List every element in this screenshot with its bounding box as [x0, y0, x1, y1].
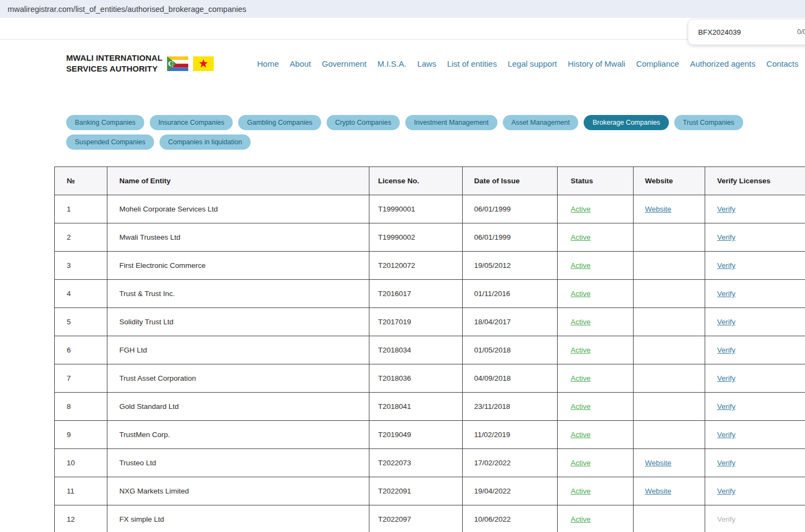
website-link[interactable]: Website [645, 459, 672, 467]
license-number: T2017019 [369, 308, 463, 336]
verify-link[interactable]: Verify [717, 205, 736, 213]
column-header-status: Status [558, 167, 634, 195]
find-query-input[interactable]: BFX2024039 [698, 28, 741, 36]
verify-cell: Verify [705, 252, 805, 280]
website-cell [634, 252, 705, 280]
verify-link[interactable]: Verify [717, 261, 736, 270]
date-of-issue: 11/02/2019 [463, 421, 558, 449]
verify-link[interactable]: Verify [717, 459, 736, 467]
filter-trust-companies[interactable]: Trust Companies [674, 115, 743, 130]
verify-link[interactable]: Verify [717, 487, 736, 495]
header-divider [0, 39, 805, 40]
entity-filters: Banking CompaniesInsurance CompaniesGamb… [66, 115, 790, 150]
nav-item-laws[interactable]: Laws [417, 59, 436, 68]
column-header-date: Date of Issue [463, 167, 558, 195]
nav-item-legal-support[interactable]: Legal support [508, 59, 557, 68]
verify-link[interactable]: Verify [717, 431, 736, 439]
website-cell: Website [634, 195, 705, 223]
table-row: 8Gold Standard LtdT201804123/11/2018Acti… [55, 393, 805, 421]
date-of-issue: 18/04/2017 [463, 308, 558, 336]
table-body: 1Moheli Corporate Services LtdT199900010… [55, 195, 805, 532]
filter-crypto-companies[interactable]: Crypto Companies [327, 115, 400, 130]
site-header: MWALI INTERNATIONAL SERVICES AUTHORITY [66, 51, 798, 76]
table-row: 10Trusteo LtdT202207317/02/2022ActiveWeb… [55, 449, 805, 477]
entities-table: №Name of EntityLicense No.Date of IssueS… [54, 166, 805, 532]
license-number: T2016017 [369, 280, 463, 308]
website-link[interactable]: Website [645, 205, 672, 213]
filter-gambling-companies[interactable]: Gambling Companies [238, 115, 321, 130]
filter-suspended-companies[interactable]: Suspended Companies [66, 134, 154, 150]
website-cell [634, 393, 705, 421]
verify-cell: Verify [705, 477, 805, 505]
nav-item-government[interactable]: Government [322, 59, 367, 68]
verify-cell: Verify [705, 421, 805, 449]
verify-link[interactable]: Verify [717, 233, 736, 241]
verify-link[interactable]: Verify [717, 402, 736, 411]
status-link[interactable]: Active [571, 515, 591, 523]
website-cell: Website [634, 449, 705, 477]
status-link[interactable]: Active [571, 290, 591, 298]
verify-cell: Verify [705, 364, 805, 393]
entity-name: Solidity Trust Ltd [107, 308, 369, 336]
verify-cell: Verify [705, 308, 805, 336]
date-of-issue: 01/05/2018 [463, 336, 558, 364]
status-link[interactable]: Active [571, 205, 591, 213]
browser-url-bar[interactable]: mwaliregistrar.com/list_of_entities/auth… [0, 0, 805, 18]
status-cell: Active [558, 223, 634, 252]
verify-cell: Verify [705, 195, 805, 223]
website-cell [634, 421, 705, 449]
website-link[interactable]: Website [645, 487, 672, 495]
table-row: 9TrustMen Corp.T201904911/02/2019ActiveV… [55, 421, 805, 449]
table-row: 6FGH LtdT201803401/05/2018ActiveVerify [55, 336, 805, 364]
nav-item-history-of-mwali[interactable]: History of Mwali [568, 59, 625, 68]
verify-link-disabled: Verify [717, 515, 736, 523]
entity-name: Gold Standard Ltd [107, 393, 369, 421]
table-row: 4Trust & Trust Inc.T201601701/11/2016Act… [55, 280, 805, 308]
status-link[interactable]: Active [571, 402, 591, 411]
row-number: 8 [55, 393, 107, 421]
status-link[interactable]: Active [571, 261, 591, 270]
column-header-website: Website [634, 167, 705, 195]
filter-brokerage-companies[interactable]: Brokerage Companies [584, 115, 668, 130]
verify-cell: Verify [705, 449, 805, 477]
status-link[interactable]: Active [571, 431, 591, 439]
website-cell [634, 308, 705, 336]
nav-item-list-of-entities[interactable]: List of entities [447, 59, 497, 68]
nav-item-home[interactable]: Home [257, 59, 279, 68]
verify-link[interactable]: Verify [717, 374, 736, 382]
nav-item-m-i-s-a[interactable]: M.I.S.A. [378, 59, 406, 68]
date-of-issue: 19/05/2012 [463, 252, 558, 280]
entity-name: First Electronic Commerce [107, 252, 369, 280]
row-number: 12 [55, 505, 107, 532]
filter-banking-companies[interactable]: Banking Companies [66, 115, 144, 130]
verify-link[interactable]: Verify [717, 290, 736, 298]
website-cell [634, 223, 705, 252]
status-link[interactable]: Active [571, 233, 591, 241]
row-number: 4 [55, 280, 107, 308]
misa-logo: MWALI INTERNATIONAL SERVICES AUTHORITY [66, 53, 214, 74]
status-cell: Active [558, 449, 634, 477]
filter-insurance-companies[interactable]: Insurance Companies [150, 115, 233, 130]
status-link[interactable]: Active [571, 487, 591, 495]
date-of-issue: 06/01/1999 [463, 195, 558, 223]
status-cell: Active [558, 477, 634, 505]
table-row: 2Mwali Trustees LtdT1999000206/01/1999Ac… [55, 223, 805, 252]
nav-item-compliance[interactable]: Compliance [636, 59, 679, 68]
table-row: 7Trust Asset CorporationT201803604/09/20… [55, 364, 805, 393]
filter-companies-in-liquidation[interactable]: Companies in liquidation [159, 134, 251, 150]
filter-investment-management[interactable]: Investment Management [405, 115, 497, 130]
nav-item-contacts[interactable]: Contacts [766, 59, 798, 68]
table-wrap: №Name of EntityLicense No.Date of IssueS… [54, 166, 805, 532]
status-link[interactable]: Active [571, 459, 591, 467]
verify-link[interactable]: Verify [717, 318, 736, 326]
nav-item-authorized-agents[interactable]: Authorized agents [690, 59, 756, 68]
find-in-page-bar[interactable]: BFX2024039 0/0 [688, 19, 805, 45]
date-of-issue: 04/09/2018 [463, 364, 558, 393]
verify-link[interactable]: Verify [717, 346, 736, 354]
logo-text: MWALI INTERNATIONAL SERVICES AUTHORITY [66, 53, 162, 74]
status-link[interactable]: Active [571, 374, 591, 382]
filter-asset-management[interactable]: Asset Management [503, 115, 579, 130]
status-link[interactable]: Active [571, 346, 591, 354]
nav-item-about[interactable]: About [290, 59, 311, 68]
status-link[interactable]: Active [571, 318, 591, 326]
